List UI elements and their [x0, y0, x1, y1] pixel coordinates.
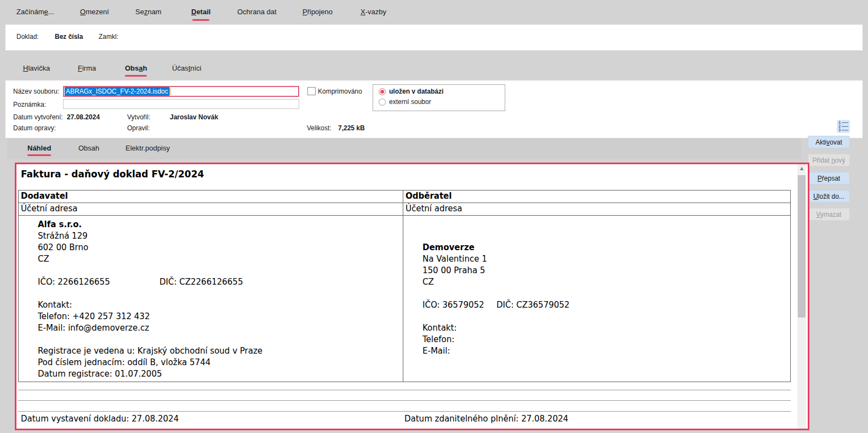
menu-item-pripojeno[interactable]: Připojeno	[302, 8, 333, 16]
storage-radio-group: uložen v databázi externí soubor	[373, 84, 505, 111]
tab-obsah[interactable]: Obsah	[125, 64, 147, 72]
tab-hlavicka[interactable]: Hlavička	[23, 64, 50, 72]
pridat-novy-button[interactable]: Přidat nový	[808, 154, 850, 166]
created-by-label: Vytvořil:	[127, 113, 150, 121]
supplier-registration-date: Datum registrace: 01.07.2005	[38, 368, 403, 380]
supplier-ico-dic: IČO: 2266126655DIČ: CZ2266126655	[38, 276, 403, 288]
tax-date: Datum zdanitelného plnění: 27.08.2024	[404, 414, 568, 424]
supplier-header: Dodavatel	[19, 190, 403, 203]
supplier-subheader: Účetní adresa	[19, 203, 403, 215]
subtab-nahled[interactable]: Náhled	[27, 144, 51, 152]
supplier-name: Alfa s.r.o.	[38, 219, 403, 230]
menu-bar: Začínáme... Omezení Seznam Detail Ochran…	[0, 0, 868, 24]
customer-phone: Telefon:	[422, 334, 790, 345]
note-label: Poznámka:	[13, 101, 46, 108]
separator-line	[18, 400, 791, 401]
compressed-checkbox[interactable]	[307, 87, 316, 95]
size-value: 7,225 kB	[338, 124, 365, 132]
app-window: Začínáme... Omezení Seznam Detail Ochran…	[0, 0, 868, 433]
radio-selected-icon	[379, 88, 386, 95]
doklad-label: Doklad:	[16, 33, 39, 41]
invoice-title: Faktura - daňový doklad FV-2/2024	[21, 169, 204, 180]
scroll-up-icon[interactable]: ▲	[797, 164, 806, 172]
scrollbar-thumb[interactable]	[798, 175, 806, 317]
menu-item-detail[interactable]: Detail	[191, 8, 210, 16]
menu-item-omezeni[interactable]: Omezení	[80, 8, 109, 16]
customer-city: 150 00 Praha 5	[422, 265, 790, 276]
supplier-address-block: Alfa s.r.o. Strážná 129 602 00 Brno CZ I…	[19, 216, 403, 382]
menu-item-zaciname[interactable]: Začínáme...	[16, 8, 54, 16]
customer-ico: IČO: 36579052	[422, 299, 496, 311]
compressed-label: Komprimováno	[318, 88, 362, 95]
customer-name: Demoverze	[422, 242, 790, 253]
form-panel: Název souboru: ABRAGx_ISDOC_FV-2-2024.is…	[5, 80, 863, 138]
customer-dic: DIČ: CZ36579052	[496, 300, 569, 310]
created-by-value: Jaroslav Novák	[170, 113, 218, 121]
customer-email: E-Mail:	[422, 345, 790, 357]
supplier-email: E-Mail: info@demoverze.cz	[38, 322, 403, 334]
radio-label: externí soubor	[389, 98, 431, 106]
customer-contact-label: Kontakt:	[422, 322, 790, 334]
supplier-ico: IČO: 2266126655	[38, 276, 159, 288]
radio-unselected-icon	[379, 99, 386, 106]
ulozit-do-button[interactable]: Uložit do...	[808, 190, 850, 203]
subtab-elektr-podpisy[interactable]: Elektr.podpisy	[125, 144, 170, 152]
supplier-phone: Telefon: +420 257 312 432	[38, 311, 403, 322]
modified-date-label: Datum opravy:	[13, 124, 56, 132]
supplier-registration-number: Pod číslem jednacím: oddíl B, vložka 574…	[38, 357, 403, 368]
menu-item-seznam[interactable]: Seznam	[135, 8, 162, 16]
prepsat-button[interactable]: Přepsat	[808, 172, 850, 184]
file-name-label: Název souboru:	[13, 88, 59, 95]
customer-country: CZ	[422, 276, 790, 288]
supplier-country: CZ	[38, 253, 403, 265]
menu-item-ochrana-dat[interactable]: Ochrana dat	[237, 8, 277, 16]
invoice-parties-table: Dodavatel Odběratel Účetní adresa Účetní…	[18, 190, 791, 382]
subtab-obsah[interactable]: Obsah	[78, 144, 99, 152]
menu-item-x-vazby[interactable]: X-vazby	[361, 8, 386, 16]
radio-external-file[interactable]: externí soubor	[379, 98, 431, 106]
customer-street: Na Valentince 1	[422, 253, 790, 265]
file-name-selected-text: ABRAGx_ISDOC_FV-2-2024.isdoc	[65, 87, 169, 96]
invoice-preview-panel[interactable]: Faktura - daňový doklad FV-2/2024 Dodava…	[15, 163, 809, 430]
customer-ico-dic: IČO: 36579052DIČ: CZ36579052	[422, 299, 790, 311]
radio-label: uložen v databázi	[389, 88, 443, 95]
radio-stored-in-database[interactable]: uložen v databázi	[379, 88, 443, 95]
created-date-value: 27.08.2024	[67, 113, 100, 121]
supplier-street: Strážná 129	[38, 230, 403, 242]
document-bar: Doklad: Bez čísla Zamkl:	[5, 25, 863, 50]
text-caret	[169, 88, 170, 95]
doklad-value: Bez čísla	[55, 33, 83, 41]
numbered-list-icon[interactable]: 1 2 3	[837, 120, 850, 133]
supplier-city: 602 00 Brno	[38, 242, 403, 253]
tab-firma[interactable]: Firma	[78, 64, 96, 72]
size-label: Velikost:	[307, 124, 332, 132]
supplier-registration: Registrace je vedena u: Krajský obchodní…	[38, 345, 403, 357]
separator-line	[18, 390, 791, 390]
vymazat-button[interactable]: Vymazat	[808, 208, 850, 221]
customer-address-block: Demoverze Na Valentince 1 150 00 Praha 5…	[403, 216, 790, 382]
zamkl-label: Zamkl:	[99, 33, 118, 41]
supplier-dic: DIČ: CZ2266126655	[159, 277, 243, 287]
customer-subheader: Účetní adresa	[403, 203, 790, 215]
preview-scrollbar[interactable]: ▲	[797, 164, 806, 429]
issue-date: Datum vystavení dokladu: 27.08.2024	[21, 414, 179, 424]
aktivovat-button[interactable]: Aktivovat	[808, 136, 850, 148]
tab-ucastnici[interactable]: Účastníci	[172, 64, 201, 72]
file-name-input[interactable]: ABRAGx_ISDOC_FV-2-2024.isdoc	[63, 86, 299, 97]
created-date-label: Datum vytvoření:	[13, 113, 63, 121]
modified-by-label: Opravil:	[127, 124, 150, 132]
supplier-contact-label: Kontakt:	[38, 299, 403, 311]
separator-line	[18, 411, 791, 412]
subtab-bar: Náhled Obsah Elektr.podpisy	[7, 138, 801, 159]
customer-header: Odběratel	[403, 190, 790, 203]
note-input[interactable]	[63, 99, 299, 109]
